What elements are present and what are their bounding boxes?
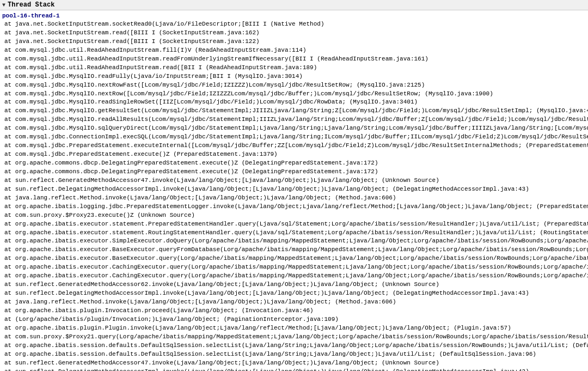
stack-line: at com.mysql.jdbc.util.ReadAheadInputStr…: [2, 64, 586, 72]
stack-line: at org.apache.ibatis.executor.statement.…: [2, 220, 586, 229]
stack-line: at com.mysql.jdbc.util.ReadAheadInputStr…: [2, 55, 586, 64]
stack-line: at org.apache.ibatis.session.defaults.De…: [2, 350, 586, 359]
stack-line: at com.mysql.jdbc.PreparedStatement.exec…: [2, 150, 586, 159]
stack-line: at org.apache.ibatis.executor.SimpleExec…: [2, 237, 586, 246]
stack-line: at com.mysql.jdbc.MysqlIO.readAllResults…: [2, 115, 586, 124]
stack-line: at com.mysql.jdbc.MysqlIO.nextRow([Lcom/…: [2, 90, 586, 99]
stack-line: at com.mysql.jdbc.MysqlIO.readSingleRowS…: [2, 98, 586, 107]
stack-line: at com.mysql.jdbc.util.ReadAheadInputStr…: [2, 46, 586, 55]
stack-line: at org.apache.ibatis.executor.CachingExe…: [2, 263, 586, 272]
stack-line: at com.sun.proxy.$Proxy21.query(Lorg/apa…: [2, 333, 586, 342]
panel-header: ▼ Thread Stack: [0, 0, 588, 10]
stack-line: at sun.reflect.DelegatingMethodAccessorI…: [2, 368, 586, 372]
stack-line: at sun.reflect.DelegatingMethodAccessorI…: [2, 185, 586, 194]
thread-stack-panel: ▼ Thread Stack pool-16-thread-1 at java.…: [0, 0, 588, 371]
thread-label: pool-16-thread-1: [2, 11, 586, 20]
stack-line: at java.lang.reflect.Method.invoke(Ljava…: [2, 194, 586, 203]
stack-line: at sun.reflect.GeneratedMethodAccessor62…: [2, 281, 586, 289]
stack-line: at sun.reflect.GeneratedMethodAccessor47…: [2, 359, 586, 368]
stack-line: at com.mysql.jdbc.ConnectionImpl.execSQL…: [2, 133, 586, 142]
stack-line: at sun.reflect.DelegatingMethodAccessorI…: [2, 289, 586, 298]
stack-line: at org.apache.ibatis.executor.CachingExe…: [2, 272, 586, 281]
stack-line: at sun.reflect.GeneratedMethodAccessor47…: [2, 177, 586, 185]
stack-line: at org.apache.ibatis.executor.BaseExecut…: [2, 254, 586, 263]
stack-lines: at java.net.SocketInputStream.socketRead…: [2, 20, 586, 371]
stack-line: at org.apache.ibatis.executor.statement.…: [2, 229, 586, 238]
stack-line: at com.mysql.jdbc.MysqlIO.nextRowFast([L…: [2, 81, 586, 90]
collapse-arrow[interactable]: ▼: [2, 2, 5, 8]
stack-line: at com.mysql.jdbc.MysqlIO.getResultSet(L…: [2, 107, 586, 115]
stack-line: at org.apache.ibatis.plugin.Plugin.invok…: [2, 324, 586, 333]
stack-line: at org.apache.ibatis.session.defaults.De…: [2, 342, 586, 350]
stack-line: at org.apache.commons.dbcp.DelegatingPre…: [2, 168, 586, 177]
stack-line: at org.apache.ibatis.plugin.Invocation.p…: [2, 307, 586, 315]
stack-line: at com.sun.proxy.$Proxy23.execute()Z (Un…: [2, 211, 586, 220]
stack-line: at (Lorg/apache/ibatis/plugin/Invocation…: [2, 315, 586, 324]
stack-line: at java.net.SocketInputStream.read([BIII…: [2, 29, 586, 38]
stack-line: at org.apache.ibatis.logging.jdbc.Prepar…: [2, 203, 586, 211]
stack-line: at java.lang.reflect.Method.invoke(Ljava…: [2, 298, 586, 307]
stack-line: at com.mysql.jdbc.MysqlIO.sqlQueryDirect…: [2, 124, 586, 133]
stack-line: at org.apache.commons.dbcp.DelegatingPre…: [2, 159, 586, 168]
stack-line: at com.mysql.jdbc.PreparedStatement.exec…: [2, 142, 586, 150]
stack-content: pool-16-thread-1 at java.net.SocketInput…: [0, 10, 588, 371]
panel-title: Thread Stack: [8, 1, 54, 9]
stack-line: at java.net.SocketInputStream.read([BIII…: [2, 38, 586, 46]
stack-line: at org.apache.ibatis.executor.BaseExecut…: [2, 246, 586, 254]
stack-line: at com.mysql.jdbc.MysqlIO.readFully(Ljav…: [2, 72, 586, 81]
stack-line: at java.net.SocketInputStream.socketRead…: [2, 20, 586, 29]
